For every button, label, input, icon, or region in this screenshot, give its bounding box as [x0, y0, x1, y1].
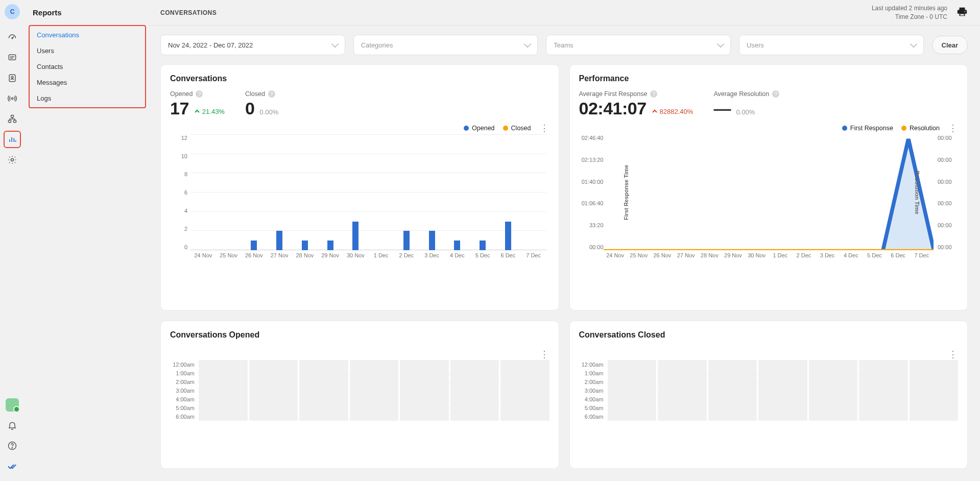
conversations-opened-card: Conversations Opened ⋮ 12:00am1:00am2:00…: [160, 321, 559, 469]
rail-chat[interactable]: [4, 49, 21, 66]
chevron-down-icon: [524, 40, 531, 47]
rail-settings[interactable]: [4, 151, 21, 169]
page-title: CONVERSATIONS: [160, 9, 217, 16]
reports-sidebar: Reports ConversationsUsersContactsMessag…: [25, 0, 148, 481]
conversations-chart: 12108642024 Nov25 Nov26 Nov27 Nov28 Nov2…: [170, 135, 549, 262]
conversations-legend: Opened Closed ⋮: [170, 125, 549, 132]
timezone: Time Zone - 0 UTC: [872, 13, 947, 21]
date-range-select[interactable]: Nov 24, 2022 - Dec 07, 2022: [160, 35, 345, 55]
users-select[interactable]: Users: [739, 35, 924, 55]
teams-select[interactable]: Teams: [546, 35, 731, 55]
print-button[interactable]: [957, 6, 968, 19]
broadcast-icon: [7, 93, 17, 104]
rail-org[interactable]: [4, 110, 21, 128]
help-icon: [7, 441, 17, 451]
sidebar-nav-group: ConversationsUsersContactsMessagesLogs: [29, 25, 146, 108]
metric-opened: Opened?1721.43%: [170, 90, 225, 118]
legend-resolution: Resolution: [910, 125, 940, 132]
svg-rect-7: [14, 121, 16, 123]
topbar: CONVERSATIONS Last updated 2 minutes ago…: [148, 0, 980, 26]
bell-icon: [7, 420, 17, 430]
svg-rect-5: [11, 115, 14, 117]
svg-rect-6: [9, 121, 11, 123]
conversations-opened-title: Conversations Opened: [170, 330, 549, 340]
rail-dashboard[interactable]: [4, 29, 21, 46]
sidebar-item-conversations[interactable]: Conversations: [30, 27, 145, 43]
bar-chart-icon: [7, 134, 17, 145]
rail-reports[interactable]: [4, 131, 21, 148]
rail-notifications[interactable]: [4, 417, 21, 434]
main-content: CONVERSATIONS Last updated 2 minutes ago…: [148, 0, 980, 481]
chevron-down-icon: [910, 40, 917, 47]
help-icon[interactable]: ?: [196, 90, 203, 98]
categories-placeholder: Categories: [361, 41, 393, 49]
chart-menu-button[interactable]: ⋮: [948, 352, 958, 357]
svg-point-11: [965, 11, 966, 12]
help-icon[interactable]: ?: [650, 90, 657, 98]
conversations-closed-title: Conversations Closed: [579, 330, 959, 340]
conversations-title: Conversations: [170, 74, 549, 83]
help-icon[interactable]: ?: [268, 90, 275, 98]
header-meta: Last updated 2 minutes ago Time Zone - 0…: [872, 4, 947, 21]
filter-bar: Nov 24, 2022 - Dec 07, 2022 Categories T…: [148, 26, 980, 55]
sidebar-item-messages[interactable]: Messages: [30, 75, 145, 90]
last-updated: Last updated 2 minutes ago: [872, 4, 947, 13]
metric-average-resolution: Average Resolution?—0.00%: [713, 90, 779, 118]
rail-broadcast[interactable]: [4, 90, 21, 107]
contact-book-icon: [7, 73, 17, 83]
sidebar-item-contacts[interactable]: Contacts: [30, 59, 145, 75]
svg-point-8: [11, 159, 14, 161]
performance-card: Performance Average First Response?02:41…: [569, 64, 968, 310]
gauge-icon: [7, 32, 17, 42]
categories-select[interactable]: Categories: [353, 35, 538, 55]
org-tree-icon: [7, 114, 17, 124]
rail-brand[interactable]: [4, 458, 21, 475]
workspace-avatar[interactable]: C: [5, 4, 20, 19]
help-icon[interactable]: ?: [772, 90, 779, 98]
metric-average-first-response: Average First Response?02:41:0782882.40%: [579, 90, 694, 118]
performance-title: Performance: [579, 74, 959, 83]
performance-legend: First Response Resolution ⋮: [579, 125, 959, 132]
clear-filters-button[interactable]: Clear: [932, 36, 968, 54]
sidebar-title: Reports: [29, 8, 148, 17]
rail-contacts[interactable]: [4, 69, 21, 87]
date-range-value: Nov 24, 2022 - Dec 07, 2022: [168, 41, 253, 49]
conversations-card: Conversations Opened?1721.43%Closed?00.0…: [160, 64, 559, 310]
chart-menu-button[interactable]: ⋮: [539, 352, 549, 357]
chevron-down-icon: [717, 40, 724, 47]
closed-heatmap: 12:00am1:00am2:00am3:00am4:00am5:00am6:0…: [579, 360, 959, 421]
conversations-closed-card: Conversations Closed ⋮ 12:00am1:00am2:00…: [569, 321, 968, 469]
svg-point-4: [11, 98, 13, 99]
rail-bot-avatar[interactable]: [4, 396, 21, 414]
sidebar-item-users[interactable]: Users: [30, 43, 145, 59]
bot-avatar-icon: [6, 398, 19, 412]
chat-icon: [7, 53, 17, 63]
printer-icon: [957, 6, 968, 17]
legend-firstresponse: First Response: [850, 125, 893, 132]
legend-closed: Closed: [511, 125, 531, 132]
sidebar-item-logs[interactable]: Logs: [30, 90, 145, 106]
nav-rail: C: [0, 0, 25, 481]
teams-placeholder: Teams: [554, 41, 573, 49]
legend-opened: Opened: [472, 125, 494, 132]
chart-menu-button[interactable]: ⋮: [539, 126, 549, 131]
chart-menu-button[interactable]: ⋮: [948, 126, 958, 131]
svg-rect-1: [9, 55, 15, 60]
svg-point-10: [12, 448, 12, 448]
chevron-down-icon: [331, 40, 339, 47]
opened-heatmap: 12:00am1:00am2:00am3:00am4:00am5:00am6:0…: [170, 360, 549, 421]
double-check-icon: [7, 461, 17, 471]
svg-point-3: [11, 76, 13, 78]
users-placeholder: Users: [747, 41, 764, 49]
gear-icon: [7, 155, 17, 165]
metric-closed: Closed?00.00%: [245, 90, 278, 118]
rail-help[interactable]: [4, 437, 21, 454]
performance-chart: 02:46:4002:13:2001:40:0001:06:4033:2000:…: [579, 135, 959, 262]
svg-point-0: [12, 38, 13, 39]
